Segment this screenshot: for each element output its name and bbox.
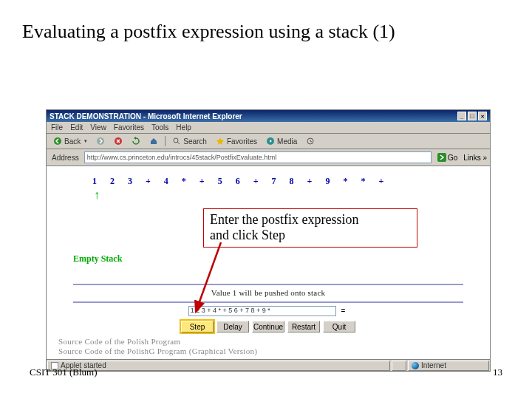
footer-right: 13 <box>493 366 502 378</box>
internet-icon <box>412 362 419 369</box>
status-zone: Internet <box>408 361 489 371</box>
token: + <box>253 176 259 187</box>
home-button[interactable] <box>147 136 160 146</box>
search-icon <box>172 137 181 146</box>
browser-window: STACK DEMONSTRATION - Microsoft Internet… <box>46 109 491 372</box>
stop-icon <box>114 137 123 146</box>
close-button[interactable]: × <box>478 112 487 120</box>
callout-line: and click Step <box>210 228 411 243</box>
forward-button[interactable] <box>94 136 107 146</box>
favorites-button[interactable]: Favorites <box>214 136 259 146</box>
source-link[interactable]: Source Code of the PolishG Program (Grap… <box>58 347 484 356</box>
address-bar: Address http://www.cs.princeton.edu/intr… <box>47 149 490 166</box>
continue-button[interactable]: Continue <box>252 321 284 332</box>
token: + <box>200 176 205 187</box>
token: 9 <box>325 176 330 187</box>
svg-line-4 <box>177 142 180 144</box>
search-button[interactable]: Search <box>170 136 209 146</box>
callout-line: Enter the postfix expression <box>210 212 411 228</box>
status-empty <box>392 361 406 371</box>
menu-tools[interactable]: Tools <box>151 123 168 132</box>
token: 2 <box>110 176 115 187</box>
svg-line-8 <box>196 242 221 312</box>
token: * <box>182 176 186 187</box>
menu-edit[interactable]: Edit <box>70 123 83 132</box>
step-button[interactable]: Step <box>181 321 214 332</box>
address-label: Address <box>50 154 81 162</box>
token: 7 <box>272 176 276 187</box>
token: 4 <box>164 176 168 187</box>
token: * <box>361 176 365 187</box>
status-message-cell: Applet started <box>47 361 390 371</box>
media-icon <box>266 137 275 146</box>
forward-icon <box>96 137 105 146</box>
menu-file[interactable]: File <box>51 123 63 132</box>
token: 6 <box>236 176 240 187</box>
refresh-icon <box>132 137 140 146</box>
menu-favorites[interactable]: Favorites <box>114 123 144 132</box>
window-title: STACK DEMONSTRATION - Microsoft Internet… <box>50 112 242 120</box>
equals-label: = <box>341 307 345 315</box>
postfix-tokens: 1 2 3 + 4 * + 5 6 + 7 8 + 9 * * + <box>92 176 484 187</box>
button-row: Step Delay Continue Restart Quit <box>52 321 484 332</box>
divider <box>73 301 463 303</box>
delay-button[interactable]: Delay <box>216 321 249 332</box>
go-icon <box>437 153 446 162</box>
token: + <box>307 176 313 187</box>
slide-title: Evaluating a postfix expression using a … <box>0 0 532 50</box>
divider <box>73 284 463 285</box>
maximize-button[interactable]: □ <box>468 112 477 120</box>
back-button[interactable]: Back▾ <box>51 136 89 146</box>
menu-bar: File Edit View Favorites Tools Help <box>47 122 490 134</box>
source-links: Source Code of the Polish Program Source… <box>58 337 484 356</box>
source-link[interactable]: Source Code of the Polish Program <box>58 337 484 347</box>
callout-arrow-icon <box>191 238 236 319</box>
address-input[interactable]: http://www.cs.princeton.edu/introcs/45st… <box>84 151 432 163</box>
home-icon <box>149 137 158 146</box>
svg-point-1 <box>97 137 104 145</box>
go-button[interactable]: Go <box>434 153 460 162</box>
menu-help[interactable]: Help <box>176 123 191 132</box>
stack-label: Empty Stack <box>73 253 484 265</box>
status-bar: Applet started Internet <box>47 359 490 371</box>
title-bar: STACK DEMONSTRATION - Microsoft Internet… <box>47 110 490 122</box>
history-icon <box>306 137 315 146</box>
refresh-button[interactable] <box>129 136 143 146</box>
links-label[interactable]: Links » <box>463 154 487 162</box>
minimize-button[interactable]: _ <box>457 112 466 120</box>
menu-view[interactable]: View <box>90 123 106 132</box>
control-area: Value 1 will be pushed onto stack 1 2 3 … <box>52 284 484 332</box>
media-button[interactable]: Media <box>264 136 299 146</box>
token: 5 <box>218 176 222 187</box>
back-icon <box>53 137 62 146</box>
token: 8 <box>290 176 294 187</box>
token-pointer: ↑ <box>94 188 484 202</box>
page-content: 1 2 3 + 4 * + 5 6 + 7 8 + 9 * * + ↑ Ente… <box>47 166 490 359</box>
svg-rect-7 <box>437 153 446 162</box>
footer-left: CSIT 301 (Blum) <box>30 366 98 378</box>
status-message: Value 1 will be pushed onto stack <box>52 288 484 297</box>
token: * <box>343 176 347 187</box>
quit-button[interactable]: Quit <box>323 321 355 332</box>
stop-button[interactable] <box>112 136 125 146</box>
svg-point-0 <box>54 137 61 145</box>
restart-button[interactable]: Restart <box>287 321 320 332</box>
star-icon <box>216 137 225 146</box>
toolbar: Back▾ Search Favorites Media <box>47 134 490 149</box>
history-button[interactable] <box>304 136 317 146</box>
token: + <box>146 176 151 187</box>
token: + <box>378 176 383 187</box>
token: 3 <box>128 176 132 187</box>
token: 1 <box>92 176 97 187</box>
